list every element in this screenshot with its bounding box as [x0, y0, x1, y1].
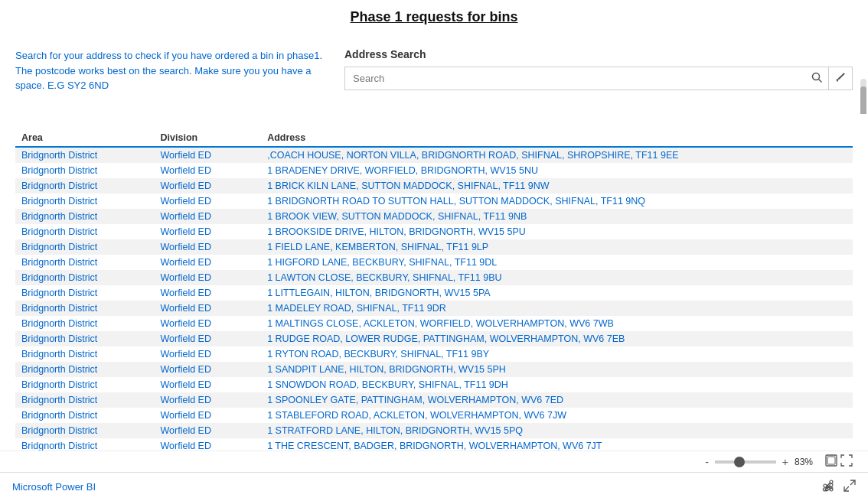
powerbi-link[interactable]: Microsoft Power BI	[12, 481, 96, 493]
address-cell: 1 BRADENEY DRIVE, WORFIELD, BRIDGNORTH, …	[261, 163, 853, 178]
address-cell: 1 FIELD LANE, KEMBERTON, SHIFNAL, TF11 9…	[261, 239, 853, 255]
main-container: Phase 1 requests for bins Search for you…	[0, 0, 868, 501]
search-box-wrapper	[344, 67, 853, 90]
search-icon	[811, 72, 822, 83]
table-row: Bridgnorth DistrictWorfield ED1 SNOWDON …	[15, 377, 853, 392]
division-cell: Worfield ED	[155, 255, 262, 270]
pencil-icon	[835, 72, 846, 83]
zoom-out-button[interactable]: -	[702, 456, 712, 468]
info-text-2: If your address is not found and you ord…	[15, 114, 329, 115]
address-cell: 1 RYTON ROAD, BECKBURY, SHIFNAL, TF11 9B…	[261, 346, 853, 362]
table-section: Area Division Address Bridgnorth Distric…	[0, 129, 868, 451]
division-cell: Worfield ED	[155, 147, 262, 163]
table-row: Bridgnorth DistrictWorfield ED,COACH HOU…	[15, 147, 853, 163]
area-cell: Bridgnorth District	[15, 163, 155, 178]
table-wrapper[interactable]: Area Division Address Bridgnorth Distric…	[15, 129, 853, 451]
address-cell: 1 BROOK VIEW, SUTTON MADDOCK, SHIFNAL, T…	[261, 209, 853, 224]
table-row: Bridgnorth DistrictWorfield ED1 RUDGE RO…	[15, 331, 853, 346]
division-cell: Worfield ED	[155, 301, 262, 316]
area-cell: Bridgnorth District	[15, 209, 155, 224]
search-input[interactable]	[345, 67, 805, 89]
area-cell: Bridgnorth District	[15, 392, 155, 408]
right-scrollbar-decoration	[860, 79, 866, 114]
division-cell: Worfield ED	[155, 362, 262, 377]
table-row: Bridgnorth DistrictWorfield ED1 LAWTON C…	[15, 270, 853, 285]
zoom-percent: 83%	[795, 457, 822, 467]
address-cell: 1 SANDPIT LANE, HILTON, BRIDGNORTH, WV15…	[261, 362, 853, 377]
table-row: Bridgnorth DistrictWorfield ED1 MALTINGS…	[15, 316, 853, 331]
bottom-icons	[822, 480, 856, 495]
division-cell: Worfield ED	[155, 209, 262, 224]
division-cell: Worfield ED	[155, 438, 262, 451]
address-cell: 1 STRATFORD LANE, HILTON, BRIDGNORTH, WV…	[261, 423, 853, 438]
svg-point-6	[824, 484, 827, 487]
area-cell: Bridgnorth District	[15, 331, 155, 346]
table-row: Bridgnorth DistrictWorfield ED1 THE CRES…	[15, 438, 853, 451]
area-cell: Bridgnorth District	[15, 255, 155, 270]
area-cell: Bridgnorth District	[15, 194, 155, 209]
info-text-1: Search for your address to check if you …	[15, 48, 329, 93]
content-area: Search for your address to check if you …	[0, 33, 868, 114]
page-title: Phase 1 requests for bins	[0, 0, 868, 33]
address-cell: 1 HIGFORD LANE, BECKBURY, SHIFNAL, TF11 …	[261, 255, 853, 270]
col-address[interactable]: Address	[261, 129, 853, 147]
address-cell: ,COACH HOUSE, NORTON VILLA, BRIDGNORTH R…	[261, 147, 853, 163]
address-cell: 1 SPOONLEY GATE, PATTINGHAM, WOLVERHAMPT…	[261, 392, 853, 408]
division-cell: Worfield ED	[155, 178, 262, 194]
expand-button[interactable]	[844, 480, 856, 495]
fit-icons	[825, 454, 853, 469]
zoom-slider[interactable]	[715, 460, 776, 464]
table-row: Bridgnorth DistrictWorfield ED1 RYTON RO…	[15, 346, 853, 362]
address-cell: 1 MALTINGS CLOSE, ACKLETON, WORFIELD, WO…	[261, 316, 853, 331]
area-cell: Bridgnorth District	[15, 362, 155, 377]
table-row: Bridgnorth DistrictWorfield ED1 FIELD LA…	[15, 239, 853, 255]
area-cell: Bridgnorth District	[15, 438, 155, 451]
table-row: Bridgnorth DistrictWorfield ED1 LITTLEGA…	[15, 285, 853, 301]
table-row: Bridgnorth DistrictWorfield ED1 BROOKSID…	[15, 224, 853, 239]
division-cell: Worfield ED	[155, 239, 262, 255]
left-panel: Search for your address to check if you …	[15, 41, 344, 114]
address-search-label: Address Search	[344, 48, 853, 60]
division-cell: Worfield ED	[155, 316, 262, 331]
zoom-controls-bar: - + 83%	[0, 451, 868, 472]
area-cell: Bridgnorth District	[15, 408, 155, 423]
table-row: Bridgnorth DistrictWorfield ED1 STABLEFO…	[15, 408, 853, 423]
col-area[interactable]: Area	[15, 129, 155, 147]
svg-line-9	[850, 480, 855, 485]
search-icon-button[interactable]	[805, 67, 828, 89]
zoom-controls: - + 83%	[702, 454, 853, 469]
address-cell: 1 BROOKSIDE DRIVE, HILTON, BRIDGNORTH, W…	[261, 224, 853, 239]
area-cell: Bridgnorth District	[15, 346, 155, 362]
division-cell: Worfield ED	[155, 408, 262, 423]
pencil-icon-button[interactable]	[828, 67, 852, 89]
division-cell: Worfield ED	[155, 423, 262, 438]
table-row: Bridgnorth DistrictWorfield ED1 MADELEY …	[15, 301, 853, 316]
table-row: Bridgnorth DistrictWorfield ED1 SPOONLEY…	[15, 392, 853, 408]
table-row: Bridgnorth DistrictWorfield ED1 BRIDGNOR…	[15, 194, 853, 209]
area-cell: Bridgnorth District	[15, 423, 155, 438]
zoom-in-button[interactable]: +	[779, 456, 791, 468]
address-cell: 1 STABLEFORD ROAD, ACKLETON, WOLVERHAMPT…	[261, 408, 853, 423]
svg-point-4	[830, 480, 833, 483]
fullscreen-button[interactable]	[840, 454, 853, 469]
fit-page-icon	[825, 454, 837, 467]
area-cell: Bridgnorth District	[15, 239, 155, 255]
address-cell: 1 LAWTON CLOSE, BECKBURY, SHIFNAL, TF11 …	[261, 270, 853, 285]
share-icon	[822, 480, 834, 492]
area-cell: Bridgnorth District	[15, 377, 155, 392]
table-header-row: Area Division Address	[15, 129, 853, 147]
col-division[interactable]: Division	[155, 129, 262, 147]
division-cell: Worfield ED	[155, 194, 262, 209]
data-table: Area Division Address Bridgnorth Distric…	[15, 129, 853, 451]
address-cell: 1 BRICK KILN LANE, SUTTON MADDOCK, SHIFN…	[261, 178, 853, 194]
division-cell: Worfield ED	[155, 331, 262, 346]
area-cell: Bridgnorth District	[15, 301, 155, 316]
address-cell: 1 MADELEY ROAD, SHIFNAL, TF11 9DR	[261, 301, 853, 316]
address-cell: 1 RUDGE ROAD, LOWER RUDGE, PATTINGHAM, W…	[261, 331, 853, 346]
area-cell: Bridgnorth District	[15, 178, 155, 194]
fit-page-button[interactable]	[825, 454, 837, 469]
share-button[interactable]	[822, 480, 834, 495]
address-cell: 1 LITTLEGAIN, HILTON, BRIDGNORTH, WV15 5…	[261, 285, 853, 301]
table-row: Bridgnorth DistrictWorfield ED1 SANDPIT …	[15, 362, 853, 377]
expand-icon	[844, 480, 856, 492]
